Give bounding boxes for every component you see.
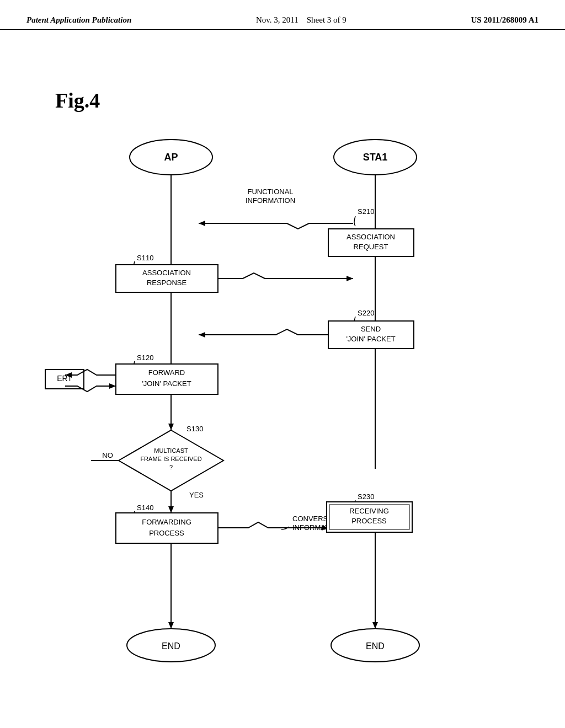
svg-text:S120: S120 xyxy=(137,354,153,362)
svg-text:AP: AP xyxy=(164,152,178,163)
flowchart-diagram: AP STA1 FUNCTIONAL INFORMATION S210 ASSO… xyxy=(0,110,565,717)
svg-text:PROCESS: PROCESS xyxy=(351,517,387,525)
svg-text:S210: S210 xyxy=(358,207,374,216)
svg-text:ASSOCIATION: ASSOCIATION xyxy=(347,233,395,241)
svg-text:S140: S140 xyxy=(137,504,153,512)
svg-text:INFORMATION: INFORMATION xyxy=(246,196,295,205)
svg-marker-23 xyxy=(199,332,205,338)
svg-text:STA1: STA1 xyxy=(363,152,388,163)
svg-marker-18 xyxy=(347,276,353,281)
svg-text:'JOIN' PACKET: 'JOIN' PACKET xyxy=(142,379,191,388)
svg-text:RECEIVING: RECEIVING xyxy=(349,507,389,515)
svg-marker-44 xyxy=(168,506,174,513)
svg-text:FUNCTIONAL: FUNCTIONAL xyxy=(247,188,293,196)
svg-text:SEND: SEND xyxy=(361,325,381,333)
svg-text:NO: NO xyxy=(102,451,113,459)
svg-marker-10 xyxy=(199,221,205,226)
svg-text:ASSOCIATION: ASSOCIATION xyxy=(142,269,191,277)
svg-text:?: ? xyxy=(169,464,173,470)
patent-number: US 2011/268009 A1 xyxy=(471,15,539,25)
page-header: Patent Application Publication Nov. 3, 2… xyxy=(0,0,565,30)
svg-text:FORWARD: FORWARD xyxy=(148,368,185,377)
publication-title: Patent Application Publication xyxy=(26,15,131,25)
date-sheet: Nov. 3, 2011 Sheet 3 of 9 xyxy=(256,15,347,25)
svg-text:S220: S220 xyxy=(358,309,374,317)
svg-marker-59 xyxy=(372,622,378,629)
svg-text:S110: S110 xyxy=(137,254,153,262)
svg-text:END: END xyxy=(162,641,180,651)
figure-label: Fig.4 xyxy=(55,88,100,113)
svg-text:S230: S230 xyxy=(358,493,374,501)
svg-marker-31 xyxy=(109,383,116,389)
svg-marker-57 xyxy=(168,622,174,629)
svg-text:END: END xyxy=(366,641,385,651)
svg-text:FRAME IS RECEIVED: FRAME IS RECEIVED xyxy=(140,456,201,462)
svg-text:FORWARDING: FORWARDING xyxy=(142,518,191,526)
svg-text:'JOIN' PACKET: 'JOIN' PACKET xyxy=(346,335,395,343)
svg-text:REQUEST: REQUEST xyxy=(354,243,388,251)
svg-marker-33 xyxy=(168,424,174,430)
svg-text:PROCESS: PROCESS xyxy=(149,529,184,537)
svg-text:YES: YES xyxy=(189,491,204,499)
svg-text:S130: S130 xyxy=(186,425,203,433)
svg-text:RESPONSE: RESPONSE xyxy=(147,279,187,287)
svg-text:MULTICAST: MULTICAST xyxy=(154,447,188,454)
